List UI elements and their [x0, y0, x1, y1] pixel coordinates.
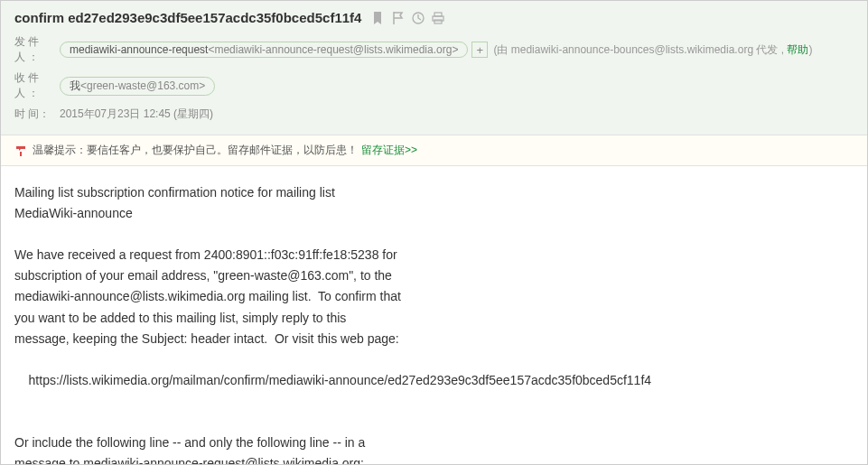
tip-bar: 温馨提示：要信任客户，也要保护自己。留存邮件证据，以防后患！ 留存证据>> — [1, 135, 867, 166]
time-value: 2015年07月23日 12:45 (星期四) — [60, 107, 213, 122]
bookmark-icon[interactable] — [372, 12, 385, 24]
subject-text: confirm ed27ed293e9c3df5ee157acdc35f0bce… — [14, 10, 361, 25]
tip-text: 温馨提示：要信任客户，也要保护自己。留存邮件证据，以防后患！ — [33, 143, 358, 158]
tip-icon — [14, 144, 27, 157]
print-icon[interactable] — [432, 12, 444, 24]
to-row: 收件人： 我 <green-waste@163.com> — [14, 70, 854, 101]
from-chip[interactable]: mediawiki-announce-request <mediawiki-an… — [60, 42, 468, 58]
svg-rect-1 — [434, 13, 442, 16]
tip-body: 要信任客户，也要保护自己。留存邮件证据，以防后患！ — [87, 144, 358, 156]
sent-by-prefix: (由 — [493, 43, 510, 56]
to-label: 收件人： — [14, 70, 60, 101]
sent-by-suffix: 代发 , — [753, 43, 787, 56]
from-row: 发件人： mediawiki-announce-request <mediawi… — [14, 34, 854, 65]
add-contact-button[interactable]: + — [471, 42, 488, 58]
to-chip[interactable]: 我 <green-waste@163.com> — [60, 77, 215, 96]
to-name: 我 — [70, 79, 80, 94]
to-addr: <green-waste@163.com> — [80, 79, 205, 92]
svg-rect-4 — [20, 152, 22, 156]
time-row: 时 间： 2015年07月23日 12:45 (星期四) — [14, 107, 854, 122]
subject-actions — [372, 12, 444, 24]
from-label: 发件人： — [14, 34, 60, 65]
tip-link[interactable]: 留存证据>> — [361, 143, 417, 158]
from-name: mediawiki-announce-request — [70, 43, 208, 56]
sent-by-close: ) — [808, 43, 812, 56]
help-link[interactable]: 帮助 — [787, 43, 808, 56]
clock-icon[interactable] — [412, 12, 425, 24]
time-label: 时 间： — [14, 107, 60, 122]
sent-by-info: (由 mediawiki-announce-bounces@lists.wiki… — [493, 42, 812, 58]
tip-label: 温馨提示： — [33, 144, 87, 156]
email-body: Mailing list subscription confirmation n… — [1, 166, 867, 465]
email-header: confirm ed27ed293e9c3df5ee157acdc35f0bce… — [1, 1, 867, 135]
from-addr: <mediawiki-announce-request@lists.wikime… — [208, 43, 458, 56]
sent-by-addr: mediawiki-announce-bounces@lists.wikimed… — [511, 43, 753, 56]
flag-icon[interactable] — [392, 12, 405, 24]
subject-line: confirm ed27ed293e9c3df5ee157acdc35f0bce… — [14, 10, 854, 25]
